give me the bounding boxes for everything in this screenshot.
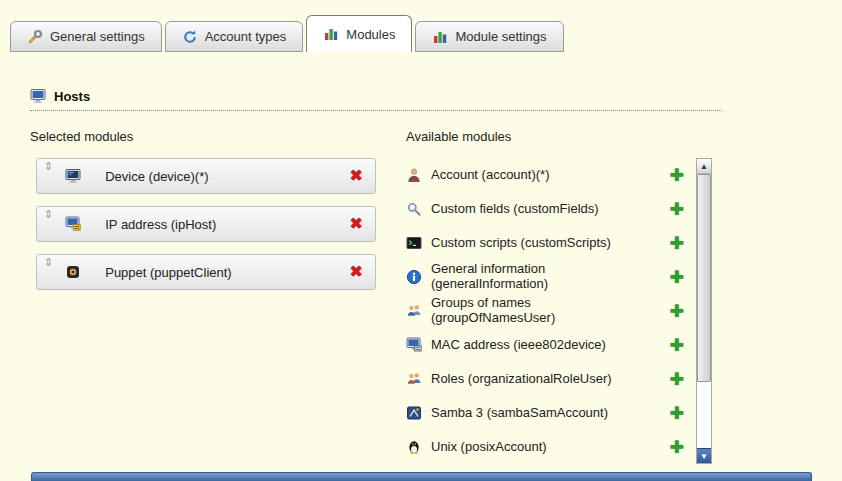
- selected-module-label: IP address (ipHost): [105, 217, 216, 232]
- tab-label: Account types: [205, 29, 287, 44]
- available-module-label: MAC address (ieee802device): [431, 338, 649, 353]
- add-module-button[interactable]: ✚: [670, 337, 684, 354]
- available-module-row-unix: Unix (posixAccount) ✚: [406, 430, 688, 464]
- available-module-label: Groups of names (groupOfNamesUser): [431, 296, 649, 325]
- available-modules-title: Available modules: [406, 129, 726, 144]
- available-module-label: Samba 3 (sambaSamAccount): [431, 406, 649, 421]
- sync-icon: [182, 29, 198, 45]
- tab-general-settings[interactable]: General settings: [10, 21, 162, 52]
- tab-modules[interactable]: Modules: [306, 15, 412, 52]
- available-module-row-macaddress: MAC address (ieee802device) ✚: [406, 328, 688, 362]
- selected-modules-title: Selected modules: [30, 129, 406, 144]
- tab-label: Modules: [346, 27, 395, 42]
- add-module-button[interactable]: ✚: [670, 235, 684, 252]
- mac-address-icon: [406, 337, 422, 353]
- add-module-button[interactable]: ✚: [670, 371, 684, 388]
- available-module-label: General information (generalInformation): [431, 262, 649, 291]
- scrollbar-thumb[interactable]: [697, 174, 711, 382]
- remove-module-button[interactable]: ✖: [350, 264, 363, 280]
- add-module-button[interactable]: ✚: [670, 201, 684, 218]
- available-modules-list: Account (account)(*) ✚ Custom fields (cu…: [406, 158, 688, 474]
- selected-module-row-device[interactable]: ⇕ Device (device)(*) ✖: [36, 158, 376, 194]
- tab-label: General settings: [50, 29, 145, 44]
- available-module-row-customfields: Custom fields (customFields) ✚: [406, 192, 688, 226]
- scrollbar[interactable]: ▲ ▼: [696, 158, 712, 464]
- device-icon: [65, 168, 81, 184]
- down-arrow-icon: ▼: [700, 452, 708, 461]
- lam-configuration-page: General settings Account types Modules M…: [0, 0, 842, 481]
- scroll-up-button[interactable]: ▲: [697, 159, 711, 174]
- selected-modules-column: Selected modules ⇕ Device (device)(*) ✖ …: [30, 129, 406, 474]
- info-icon: [406, 269, 422, 285]
- selected-module-row-iphost[interactable]: ⇕ IP address (ipHost) ✖: [36, 206, 376, 242]
- add-module-button[interactable]: ✚: [670, 303, 684, 320]
- available-module-label: Custom fields (customFields): [431, 202, 649, 217]
- remove-module-button[interactable]: ✖: [350, 168, 363, 184]
- drag-handle-icon[interactable]: ⇕: [37, 207, 53, 220]
- tab-module-settings[interactable]: Module settings: [415, 21, 563, 52]
- available-module-row-groupofnames: Groups of names (groupOfNamesUser) ✚: [406, 294, 688, 328]
- hosts-section-header: Hosts: [30, 88, 722, 111]
- account-icon: [406, 167, 422, 183]
- add-module-button[interactable]: ✚: [670, 167, 684, 184]
- tab-account-types[interactable]: Account types: [165, 21, 304, 52]
- add-module-button[interactable]: ✚: [670, 269, 684, 286]
- available-module-row-customscripts: Custom scripts (customScripts) ✚: [406, 226, 688, 260]
- samba-icon: [406, 405, 422, 421]
- unix-icon: [406, 439, 422, 455]
- tab-label: Module settings: [455, 29, 546, 44]
- modules-icon: [432, 29, 448, 45]
- scrollbar-track[interactable]: [697, 174, 711, 448]
- available-module-row-account: Account (account)(*) ✚: [406, 158, 688, 192]
- up-arrow-icon: ▲: [700, 162, 708, 171]
- custom-scripts-icon: [406, 235, 422, 251]
- selected-module-row-puppet[interactable]: ⇕ Puppet (puppetClient) ✖: [36, 254, 376, 290]
- bottom-section-bar: [31, 472, 812, 481]
- scroll-down-button[interactable]: ▼: [697, 448, 711, 463]
- available-module-label: Account (account)(*): [431, 168, 649, 183]
- puppet-icon: [65, 264, 81, 280]
- ip-address-icon: [65, 216, 81, 232]
- section-title: Hosts: [54, 89, 90, 104]
- available-module-label: Custom scripts (customScripts): [431, 236, 649, 251]
- drag-handle-icon[interactable]: ⇕: [37, 159, 53, 172]
- custom-fields-icon: [406, 201, 422, 217]
- available-module-row-samba3: Samba 3 (sambaSamAccount) ✚: [406, 396, 688, 430]
- roles-icon: [406, 371, 422, 387]
- drag-handle-icon[interactable]: ⇕: [37, 255, 53, 268]
- selected-module-label: Puppet (puppetClient): [105, 265, 231, 280]
- available-module-row-generalinformation: General information (generalInformation)…: [406, 260, 688, 294]
- modules-icon: [323, 26, 339, 42]
- available-module-label: Unix (posixAccount): [431, 440, 649, 455]
- available-module-row-roles: Roles (organizationalRoleUser) ✚: [406, 362, 688, 396]
- add-module-button[interactable]: ✚: [670, 439, 684, 456]
- tabbar: General settings Account types Modules M…: [0, 0, 842, 52]
- add-module-button[interactable]: ✚: [670, 405, 684, 422]
- groups-icon: [406, 303, 422, 319]
- available-modules-column: Available modules Account (account)(*) ✚…: [406, 129, 726, 474]
- available-module-label: Roles (organizationalRoleUser): [431, 372, 649, 387]
- selected-module-label: Device (device)(*): [105, 169, 208, 184]
- tools-icon: [27, 29, 43, 45]
- computer-icon: [30, 88, 46, 104]
- remove-module-button[interactable]: ✖: [350, 216, 363, 232]
- modules-tab-content: Hosts Selected modules ⇕ Device (device)…: [0, 88, 842, 474]
